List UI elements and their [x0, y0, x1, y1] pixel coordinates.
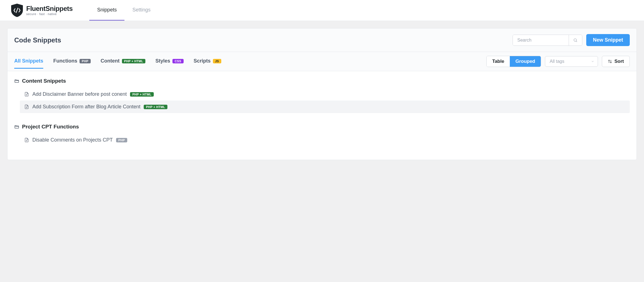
- group-header[interactable]: Project CPT Functions: [14, 124, 630, 130]
- file-icon: [24, 92, 29, 97]
- group-title: Project CPT Functions: [22, 124, 79, 130]
- filter-tab-scripts[interactable]: Scripts JS: [194, 58, 221, 69]
- nav-tab-snippets[interactable]: Snippets: [89, 0, 124, 21]
- filter-tab-label: All Snippets: [14, 58, 43, 64]
- new-snippet-label: New Snippet: [593, 37, 623, 43]
- card-header: Code Snippets New Snippet: [8, 28, 636, 52]
- snippet-name: Add Disclaimer Banner before post conent: [32, 91, 127, 97]
- topbar: FluentSnippets secure · fast · native Sn…: [0, 0, 644, 21]
- file-icon: [24, 138, 29, 142]
- filter-badge: JS: [213, 59, 221, 63]
- group-title: Content Snippets: [22, 78, 66, 84]
- filter-tab-label: Styles: [155, 58, 170, 64]
- nav-tab-label: Settings: [132, 7, 150, 13]
- filter-controls: Table Grouped All tags Sort: [486, 56, 630, 67]
- sort-icon: [608, 59, 612, 64]
- snippet-list: Content Snippets Add Disclaimer Banner b…: [8, 71, 636, 160]
- snippet-item[interactable]: Add Disclaimer Banner before post conent…: [20, 88, 630, 101]
- group-header[interactable]: Content Snippets: [14, 78, 630, 84]
- page-title: Code Snippets: [14, 36, 61, 44]
- nav-tab-label: Snippets: [97, 7, 117, 13]
- folder-open-icon: [14, 124, 19, 129]
- search-group: [513, 35, 582, 46]
- snippet-badge: PHP + HTML: [130, 92, 154, 97]
- filter-tab-functions[interactable]: Functions PHP: [53, 58, 91, 69]
- main-card: Code Snippets New Snippet All Snippets F…: [7, 28, 637, 160]
- filter-tab-styles[interactable]: Styles CSS: [155, 58, 184, 69]
- search-input[interactable]: [513, 35, 569, 46]
- sort-button[interactable]: Sort: [602, 56, 630, 67]
- view-toggle: Table Grouped: [486, 56, 541, 67]
- toggle-label: Table: [492, 59, 504, 64]
- filter-row: All Snippets Functions PHP Content PHP +…: [8, 52, 636, 71]
- chevron-down-icon: [591, 60, 594, 63]
- filter-badge: CSS: [172, 59, 184, 63]
- search-icon: [573, 38, 578, 42]
- filter-tab-all[interactable]: All Snippets: [14, 58, 43, 69]
- sort-label: Sort: [614, 59, 624, 64]
- search-button[interactable]: [569, 35, 582, 46]
- svg-point-0: [574, 39, 576, 41]
- filter-tabs: All Snippets Functions PHP Content PHP +…: [14, 58, 221, 65]
- logo-tagline: secure · fast · native: [26, 13, 73, 16]
- snippet-badge: PHP + HTML: [144, 105, 167, 109]
- snippet-name: Add Subscription Form after Blog Article…: [32, 104, 140, 110]
- nav-tabs: Snippets Settings: [89, 0, 158, 21]
- view-table-button[interactable]: Table: [487, 56, 510, 67]
- spacer: [14, 113, 630, 121]
- tags-select[interactable]: All tags: [545, 56, 598, 67]
- filter-tab-label: Scripts: [194, 58, 211, 64]
- snippet-badge: PHP: [116, 138, 127, 142]
- snippet-name: Disable Comments on Projects CPT: [32, 137, 113, 143]
- filter-badge: PHP + HTML: [122, 59, 146, 63]
- folder-open-icon: [14, 78, 19, 83]
- filter-tab-content[interactable]: Content PHP + HTML: [101, 58, 146, 69]
- logo-shield-icon: [11, 4, 23, 17]
- logo-text: FluentSnippets secure · fast · native: [26, 5, 73, 16]
- filter-badge: PHP: [80, 59, 91, 63]
- snippet-item[interactable]: Add Subscription Form after Blog Article…: [20, 101, 630, 113]
- file-icon: [24, 104, 29, 109]
- snippet-item[interactable]: Disable Comments on Projects CPT PHP: [20, 134, 630, 146]
- toggle-label: Grouped: [515, 59, 535, 64]
- filter-tab-label: Functions: [53, 58, 77, 64]
- nav-tab-settings[interactable]: Settings: [124, 0, 158, 21]
- view-grouped-button[interactable]: Grouped: [510, 56, 541, 67]
- filter-tab-label: Content: [101, 58, 120, 64]
- logo[interactable]: FluentSnippets secure · fast · native: [11, 4, 73, 17]
- header-actions: New Snippet: [513, 34, 630, 46]
- tags-placeholder: All tags: [550, 59, 564, 64]
- new-snippet-button[interactable]: New Snippet: [586, 34, 630, 46]
- logo-main: FluentSnippets: [26, 5, 73, 12]
